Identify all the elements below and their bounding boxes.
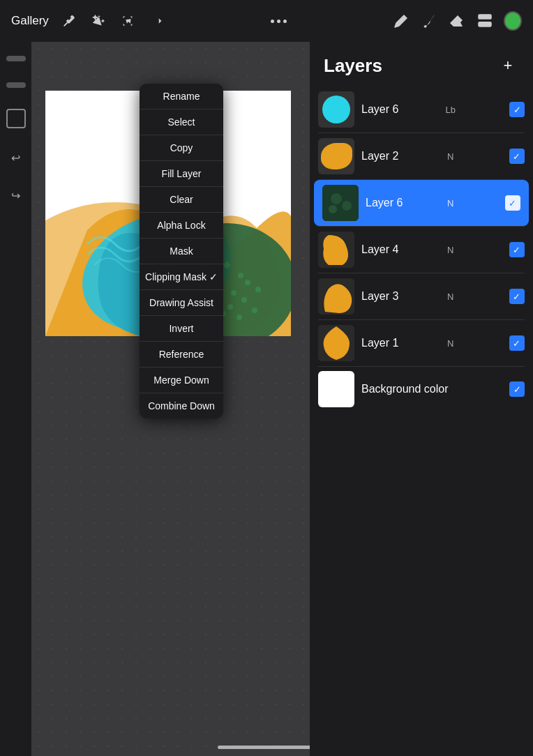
selection-icon[interactable] — [119, 12, 137, 30]
context-menu-reference[interactable]: Reference — [140, 342, 223, 368]
add-layer-button[interactable]: + — [497, 54, 519, 77]
toolbar-left: Gallery — [11, 12, 166, 30]
context-menu-merge-down[interactable]: Merge Down — [140, 368, 223, 393]
layer-thumbnail-6-selected — [322, 185, 359, 221]
layer-thumbnail-4 — [318, 232, 354, 268]
layers-panel-icon[interactable] — [476, 12, 494, 30]
brush-tool-icon[interactable] — [420, 12, 438, 30]
layer-row-6-top[interactable]: Layer 6 Lb — [310, 86, 533, 133]
svg-point-0 — [424, 26, 426, 28]
context-menu-rename[interactable]: Rename — [140, 84, 223, 109]
layer-thumbnail-3 — [318, 278, 354, 315]
more-options-button[interactable] — [271, 20, 287, 23]
thumb-gold-blob — [321, 143, 352, 169]
color-picker[interactable] — [504, 12, 522, 30]
layer-row-1[interactable]: Layer 1 N — [310, 320, 533, 366]
layer-blend-6-selected: N — [447, 198, 453, 209]
svg-rect-24 — [322, 185, 359, 221]
layer-thumbnail-6-top — [318, 91, 354, 128]
background-color-row[interactable]: Background color — [310, 367, 533, 411]
svg-point-18 — [237, 315, 242, 320]
toolbar: Gallery — [0, 0, 533, 42]
layer-checkbox-4[interactable] — [509, 242, 525, 257]
layer-row-2[interactable]: Layer 2 N — [310, 133, 533, 179]
layer-checkbox-6-top[interactable] — [509, 102, 525, 117]
background-color-label: Background color — [361, 383, 502, 395]
layer-thumbnail-2 — [318, 138, 354, 174]
layers-header: Layers + — [310, 42, 533, 86]
layer-blend-2: N — [447, 151, 453, 162]
svg-point-16 — [255, 287, 261, 292]
color-swatch[interactable] — [6, 109, 26, 128]
home-indicator — [218, 746, 315, 749]
layer-checkbox-6-selected[interactable] — [505, 195, 520, 211]
gallery-button[interactable]: Gallery — [11, 14, 49, 28]
svg-point-12 — [245, 280, 250, 285]
layer-checkbox-1[interactable] — [509, 335, 525, 351]
context-menu-copy[interactable]: Copy — [140, 135, 223, 161]
layer-blend-6-top: Lb — [445, 105, 455, 115]
layer-blend-1: N — [447, 338, 453, 349]
redo-button[interactable]: ↪ — [8, 187, 24, 204]
layer-info-1: Layer 1 N — [361, 335, 525, 351]
wrench-icon[interactable] — [60, 12, 78, 30]
svg-point-15 — [241, 297, 247, 303]
layer-info-6-top: Layer 6 Lb — [361, 102, 525, 117]
layer-row-6-selected[interactable]: Layer 6 N — [314, 180, 529, 226]
layer-info-4: Layer 4 N — [361, 242, 525, 257]
context-menu-combine-down[interactable]: Combine Down — [140, 393, 223, 418]
layer-thumbnail-1 — [318, 325, 354, 361]
context-menu-clear[interactable]: Clear — [140, 187, 223, 213]
layer-checkbox-3[interactable] — [509, 289, 525, 304]
background-color-checkbox[interactable] — [509, 381, 525, 397]
layer-name-2: Layer 2 — [361, 150, 398, 162]
layer-name-3: Layer 3 — [361, 290, 398, 303]
layer-checkbox-2[interactable] — [509, 149, 525, 164]
layer-name-6-selected: Layer 6 — [366, 197, 403, 209]
layer-name-4: Layer 4 — [361, 243, 398, 256]
context-menu-drawing-assist[interactable]: Drawing Assist — [140, 290, 223, 316]
svg-point-27 — [329, 205, 337, 213]
layers-panel: Layers + Layer 6 Lb Layer 2 N — [310, 42, 533, 756]
undo-button[interactable]: ↩ — [8, 149, 24, 166]
opacity-slider[interactable] — [6, 82, 26, 88]
layer-row-4[interactable]: Layer 4 N — [310, 227, 533, 273]
layer-row-3[interactable]: Layer 3 N — [310, 273, 533, 319]
layer-blend-4: N — [447, 245, 453, 255]
brush-size-slider[interactable] — [6, 56, 26, 61]
svg-point-9 — [238, 273, 243, 278]
background-color-thumbnail — [318, 371, 354, 407]
context-menu-select[interactable]: Select — [140, 109, 223, 135]
context-menu-invert[interactable]: Invert — [140, 316, 223, 342]
svg-point-25 — [331, 193, 342, 204]
layer-info-2: Layer 2 N — [361, 149, 525, 164]
svg-point-19 — [252, 308, 257, 313]
context-menu: Rename Select Copy Fill Layer Clear Alph… — [140, 84, 223, 418]
toolbar-right — [392, 12, 522, 30]
svg-point-14 — [227, 304, 233, 310]
layer-name-6-top: Layer 6 — [361, 103, 398, 116]
transform-icon[interactable] — [148, 12, 166, 30]
svg-rect-2 — [478, 22, 492, 27]
context-menu-clipping-mask[interactable]: Clipping Mask — [140, 264, 223, 290]
layer-info-6-selected: Layer 6 N — [366, 195, 520, 211]
layer-info-3: Layer 3 N — [361, 289, 525, 304]
context-menu-alpha-lock[interactable]: Alpha Lock — [140, 213, 223, 239]
context-menu-fill-layer[interactable]: Fill Layer — [140, 161, 223, 187]
pen-tool-icon[interactable] — [392, 12, 410, 30]
svg-point-26 — [342, 201, 352, 211]
eraser-tool-icon[interactable] — [448, 12, 466, 30]
layers-title: Layers — [324, 55, 382, 77]
svg-rect-1 — [478, 14, 492, 20]
svg-point-11 — [231, 290, 237, 296]
layer-name-1: Layer 1 — [361, 337, 398, 349]
main-area: ↩ ↪ — [0, 42, 533, 756]
thumb-cyan-circle — [322, 96, 350, 123]
context-menu-mask[interactable]: Mask — [140, 239, 223, 264]
left-sidebar: ↩ ↪ — [0, 42, 31, 756]
magic-wand-icon[interactable] — [89, 12, 107, 30]
layer-blend-3: N — [447, 292, 453, 302]
